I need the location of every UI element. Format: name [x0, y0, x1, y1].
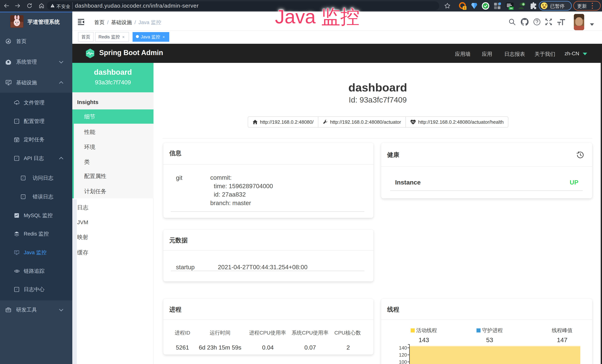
svg-text:1: 1 [464, 7, 465, 10]
svg-text:on: on [510, 7, 513, 10]
